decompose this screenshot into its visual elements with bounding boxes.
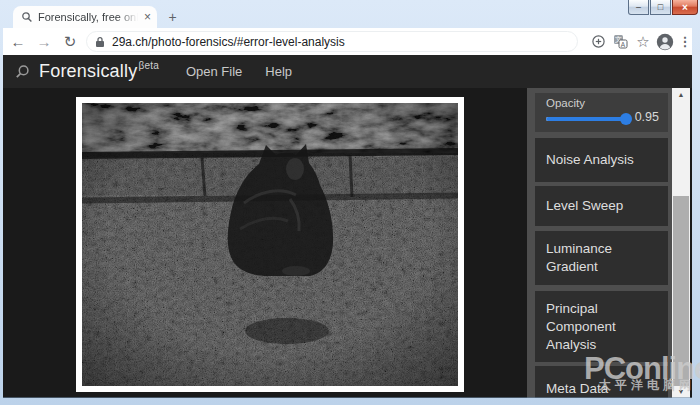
app-logo-magnifier-icon — [15, 64, 30, 79]
window-close-button[interactable]: × — [672, 0, 698, 15]
opacity-panel: Opacity 0.95 — [535, 93, 668, 132]
app-header: Forensicallyβeta Open File Help — [3, 55, 692, 88]
ela-noise-image — [82, 103, 458, 386]
browser-tab[interactable]: Forensically, free online photo × — [13, 6, 157, 28]
forward-icon[interactable]: → — [34, 28, 54, 55]
menu-help[interactable]: Help — [265, 64, 292, 79]
tab-close-icon[interactable]: × — [144, 11, 151, 23]
scrollbar-thumb[interactable] — [673, 196, 689, 386]
tool-button-meta-data[interactable]: Meta Data — [535, 366, 668, 398]
window-bottom-border — [3, 397, 692, 398]
tab-title: Forensically, free online photo — [38, 11, 140, 23]
opacity-slider-fill — [546, 117, 626, 121]
browser-toolbar: ← → ↻ 29a.ch/photo-forensics/#error-leve… — [3, 28, 692, 55]
translate-icon[interactable]: 文A — [610, 28, 630, 55]
window-maximize-button[interactable]: □ — [650, 0, 671, 15]
zoom-indicator-icon[interactable] — [588, 28, 608, 55]
profile-avatar[interactable] — [654, 28, 676, 55]
tab-favicon-magnifier-icon — [21, 11, 33, 23]
app-title: Forensicallyβeta — [39, 61, 158, 82]
reload-icon[interactable]: ↻ — [60, 28, 80, 55]
window-minimize-button[interactable]: – — [628, 0, 649, 15]
tool-button-luminance-gradient[interactable]: Luminance Gradient — [535, 231, 668, 285]
browser-window: Forensically, free online photo × + – □ … — [0, 0, 700, 405]
scrollbar-up-icon[interactable]: ▲ — [672, 88, 690, 101]
svg-text:A: A — [620, 41, 625, 48]
new-tab-button[interactable]: + — [164, 8, 181, 25]
address-bar[interactable]: 29a.ch/photo-forensics/#error-level-anal… — [86, 31, 578, 52]
tab-strip: Forensically, free online photo × + – □ … — [0, 0, 700, 28]
tools-sidebar: Opacity 0.95 Noise Analysis Level Sweep … — [527, 88, 675, 398]
page-scrollbar[interactable]: ▲ ▼ — [672, 88, 690, 398]
opacity-value: 0.95 — [635, 110, 659, 124]
tool-button-noise-analysis[interactable]: Noise Analysis — [535, 138, 668, 182]
url-text: 29a.ch/photo-forensics/#error-level-anal… — [112, 35, 345, 49]
opacity-slider-thumb[interactable] — [620, 113, 632, 125]
opacity-label: Opacity — [546, 97, 585, 109]
menu-open-file[interactable]: Open File — [186, 64, 242, 79]
opacity-slider[interactable] — [546, 117, 630, 121]
tool-button-principal-component-analysis[interactable]: Principal Component Analysis — [535, 291, 668, 362]
back-icon[interactable]: ← — [8, 28, 28, 55]
tool-button-level-sweep[interactable]: Level Sweep — [535, 186, 668, 226]
lock-icon — [95, 36, 105, 48]
ela-image-frame[interactable] — [76, 97, 464, 392]
page-content: Forensicallyβeta Open File Help — [3, 55, 692, 398]
beta-badge: βeta — [138, 60, 158, 71]
bookmark-star-icon[interactable]: ☆ — [633, 28, 653, 55]
browser-menu-icon[interactable]: ⋮ — [677, 28, 693, 55]
